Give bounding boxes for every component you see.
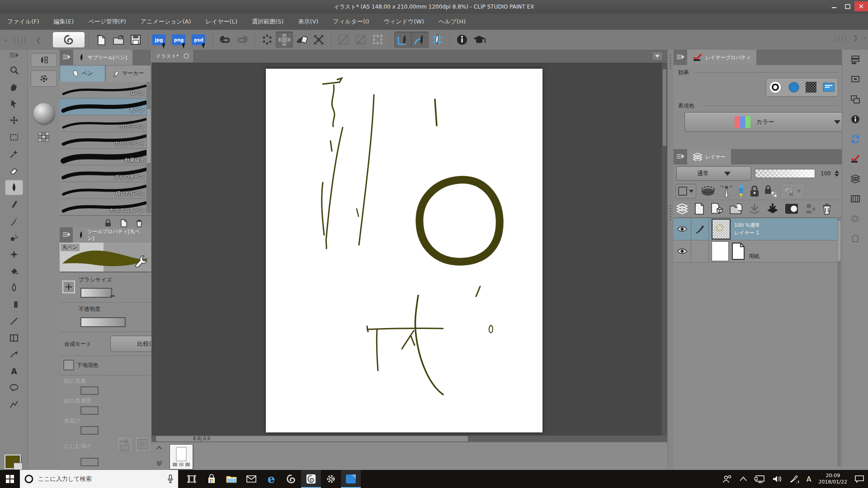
save-button[interactable] (127, 32, 144, 48)
navigator-button[interactable] (842, 70, 868, 89)
menu-item-7[interactable]: 表示(V) (291, 14, 326, 30)
brush-size-target-icon[interactable] (62, 281, 75, 293)
text-tool[interactable]: A (5, 364, 23, 379)
grid-dots-button[interactable] (369, 32, 387, 48)
wrench-icon[interactable] (134, 255, 149, 271)
redo-button[interactable] (234, 32, 251, 48)
delete-button[interactable] (259, 32, 276, 48)
brush-size-slider[interactable] (80, 288, 112, 298)
task-view-button[interactable] (182, 470, 202, 488)
panel-menu-button[interactable] (674, 149, 687, 164)
fill-tool[interactable] (5, 263, 23, 279)
subtool-panel-tab[interactable]: サブツール[ペン] (73, 50, 132, 65)
microphone-icon[interactable] (167, 474, 174, 483)
thumbnail-select-button[interactable] (675, 184, 696, 198)
layer-row-2[interactable]: 用紙 (674, 240, 842, 263)
taskbar-search[interactable]: ここに入力して検索 (20, 470, 178, 488)
vertical-scrollbar-thumb[interactable] (663, 69, 666, 146)
close-button[interactable] (854, 1, 868, 11)
store-icon[interactable] (202, 470, 222, 488)
material-button[interactable] (842, 50, 868, 70)
balloon-tool[interactable] (5, 380, 23, 396)
fill-button[interactable] (293, 32, 310, 48)
blend-tool[interactable] (5, 280, 23, 296)
hidden-icons-chevron[interactable] (740, 477, 747, 481)
layer-mask-button[interactable] (785, 203, 798, 214)
lock-subtool-icon[interactable] (104, 219, 112, 227)
frame-tool[interactable] (5, 330, 23, 346)
menu-item-4[interactable]: アニメーション(A) (133, 14, 198, 30)
toolbar-grip[interactable]: |||| (835, 33, 848, 42)
document-tab[interactable]: イラスト* (151, 50, 194, 62)
layer-blend-mode-dropdown[interactable]: 通常 (676, 166, 751, 181)
new-raster-layer-button[interactable] (694, 202, 705, 215)
divider-grip[interactable] (670, 54, 671, 70)
dock-arrow-left-icon[interactable]: ❮ (36, 37, 41, 43)
lock-transparent-pixels-button[interactable] (764, 184, 777, 198)
color-sphere[interactable] (33, 103, 54, 124)
extract-line-button[interactable] (822, 81, 835, 94)
sub-view-button[interactable] (842, 89, 868, 109)
capture-tool-icon[interactable] (341, 470, 361, 488)
navigator-thumbnail[interactable] (170, 444, 193, 469)
start-button[interactable] (0, 470, 20, 488)
export-psd-button[interactable]: psd (192, 34, 205, 45)
flow-tool[interactable] (5, 347, 23, 362)
open-file-button[interactable] (110, 32, 127, 48)
subtool-item-6[interactable]: ざらつきペン (60, 165, 151, 182)
color-set-icon[interactable] (37, 131, 51, 143)
panel-menu-button[interactable] (674, 50, 687, 65)
subtool-item-5[interactable]: 効果線用 (60, 149, 151, 165)
clock[interactable]: 20:09 2018/01/22 (819, 473, 847, 485)
hand-tool[interactable] (5, 80, 23, 95)
snap-to-special-ruler-button[interactable] (411, 32, 429, 48)
tool-settings-button[interactable] (31, 70, 57, 87)
clip-studio-button[interactable] (52, 32, 85, 48)
panel-collapse-left-icon[interactable]: « (4, 37, 7, 43)
people-icon[interactable] (722, 475, 732, 483)
mail-icon[interactable] (241, 470, 261, 488)
new-subtool-icon[interactable] (120, 219, 127, 227)
clip-studio-paint-icon[interactable] (301, 470, 321, 488)
opacity-slider[interactable] (80, 317, 126, 327)
menu-item-3[interactable]: ページ管理(P) (81, 14, 133, 30)
layer-thumbnail[interactable] (712, 241, 729, 261)
new-folder-button[interactable] (729, 202, 743, 215)
auto-select-tool[interactable] (5, 146, 23, 162)
move-tool[interactable] (5, 113, 23, 128)
subtool-item-2[interactable]: 丸ペン (60, 99, 151, 115)
draft-layer-button[interactable] (736, 184, 745, 198)
network-icon[interactable] (754, 475, 765, 483)
layer-opacity-stepper[interactable] (835, 170, 839, 177)
tab-list-button[interactable] (652, 52, 663, 61)
figure-tool[interactable] (5, 314, 23, 329)
gradient-tool[interactable] (5, 297, 23, 312)
menu-item-2[interactable]: 編集(E) (47, 14, 81, 30)
layer-palette-button[interactable] (676, 203, 688, 215)
action-center-icon[interactable] (854, 475, 864, 483)
subtool-item-1[interactable]: Gペン (60, 82, 151, 99)
snap-off-b-button[interactable] (352, 32, 369, 48)
subtool-item-4[interactable]: カリグラフィ (60, 132, 151, 149)
clear-outside-selection-button[interactable] (276, 32, 293, 48)
export-jpg-button[interactable]: jpg (152, 34, 165, 45)
canvas-viewport[interactable] (151, 63, 667, 436)
information-button[interactable] (842, 109, 868, 129)
base-mix-checkbox[interactable] (63, 360, 74, 371)
tool-palette-menu-button[interactable] (0, 50, 28, 61)
subtool-item-3[interactable]: カブラペン (60, 115, 151, 132)
vertical-scrollbar[interactable] (662, 63, 667, 436)
border-effect-button[interactable] (769, 81, 782, 94)
subtool-item-8[interactable]: カスタム丸ペン (60, 199, 151, 216)
menu-item-6[interactable]: 選択範囲(S) (245, 14, 291, 30)
layer-thumbnail[interactable] (712, 219, 731, 239)
tab-marker[interactable]: マーカー (105, 65, 151, 82)
delete-subtool-icon[interactable] (136, 219, 143, 227)
menu-item-10[interactable]: ヘルプ(H) (431, 14, 473, 30)
dock-arrow-right-icon[interactable]: ❯ (853, 34, 858, 41)
maximize-button[interactable] (841, 1, 854, 11)
volume-icon[interactable] (772, 475, 782, 483)
tab-close-icon[interactable] (184, 53, 189, 59)
new-vector-layer-button[interactable] (711, 202, 723, 215)
how-to-use-button[interactable] (453, 32, 471, 48)
